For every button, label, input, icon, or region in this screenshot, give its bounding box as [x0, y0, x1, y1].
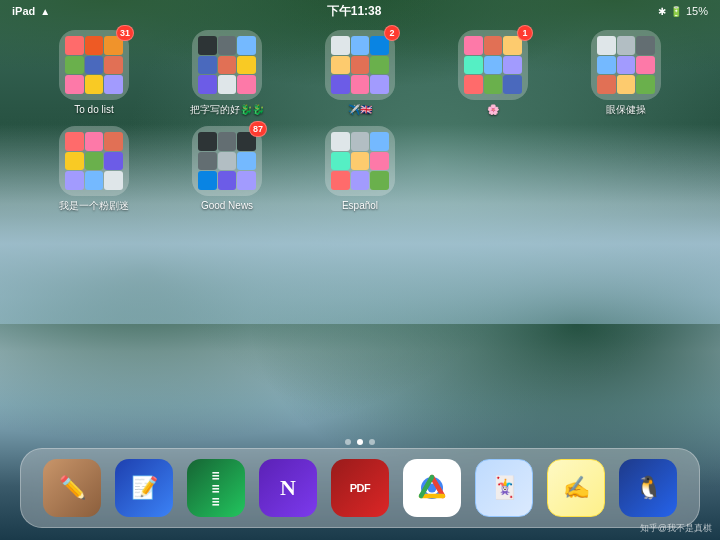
folder-mini	[617, 36, 636, 55]
app-label-eye: 眼保健操	[606, 104, 646, 116]
folder-mini	[198, 56, 217, 75]
app-folder-social	[458, 30, 528, 100]
folder-mini	[331, 75, 350, 94]
folder-mini	[503, 75, 522, 94]
folder-mini	[218, 56, 237, 75]
dock-app-chrome[interactable]	[403, 459, 461, 517]
battery-icon: 🔋	[670, 6, 682, 17]
app-writing[interactable]: 把字写的好🐉🐉	[163, 30, 291, 116]
folder-mini	[331, 171, 350, 190]
app-label-social: 🌸	[487, 104, 499, 116]
dock-app-pencil-blue[interactable]: 📝	[115, 459, 173, 517]
folder-mini	[370, 152, 389, 171]
app-empty-1	[429, 126, 557, 212]
folder-mini	[65, 132, 84, 151]
dock-app-notes-green[interactable]: ≡≡≡	[187, 459, 245, 517]
folder-mini	[218, 36, 237, 55]
status-bar: iPad ▲ 下午11:38 ✱ 🔋 15%	[0, 0, 720, 22]
folder-mini	[351, 75, 370, 94]
page-dot-2[interactable]	[357, 439, 363, 445]
page-dot-1[interactable]	[345, 439, 351, 445]
app-label-todo: To do list	[74, 104, 113, 116]
app-icon-wrap-social: 1	[458, 30, 528, 100]
app-icon-wrap-news: 87	[192, 126, 262, 196]
folder-mini	[237, 36, 256, 55]
folder-mini	[85, 36, 104, 55]
app-folder-writing	[192, 30, 262, 100]
app-social[interactable]: 1 🌸	[429, 30, 557, 116]
app-label-espanol: Español	[342, 200, 378, 212]
folder-mini	[351, 36, 370, 55]
app-empty-2	[562, 126, 690, 212]
app-folder-espanol	[325, 126, 395, 196]
folder-mini	[104, 75, 123, 94]
folder-mini	[617, 56, 636, 75]
folder-mini	[85, 132, 104, 151]
app-folder-travel	[325, 30, 395, 100]
folder-mini	[218, 132, 237, 151]
folder-mini	[597, 36, 616, 55]
folder-mini	[198, 132, 217, 151]
app-icon-wrap-todo: 31	[59, 30, 129, 100]
badge-todo: 31	[116, 25, 134, 41]
folder-mini	[484, 36, 503, 55]
app-folder-eye	[591, 30, 661, 100]
folder-mini	[597, 75, 616, 94]
folder-mini	[104, 132, 123, 151]
folder-mini	[370, 171, 389, 190]
folder-mini	[65, 75, 84, 94]
folder-mini	[218, 171, 237, 190]
app-eye-health[interactable]: 眼保健操	[562, 30, 690, 116]
app-icon-wrap-drama	[59, 126, 129, 196]
app-fan-drama[interactable]: 我是一个粉剧迷	[30, 126, 158, 212]
app-icon-wrap-writing	[192, 30, 262, 100]
folder-mini	[237, 152, 256, 171]
folder-mini	[104, 56, 123, 75]
chrome-svg	[413, 469, 451, 507]
folder-mini	[351, 132, 370, 151]
folder-mini	[85, 152, 104, 171]
badge-social: 1	[517, 25, 533, 41]
ipad-label: iPad	[12, 5, 35, 17]
time-display: 下午11:38	[327, 3, 382, 20]
folder-mini	[198, 171, 217, 190]
folder-mini	[65, 152, 84, 171]
dock-app-qq[interactable]: 🐧	[619, 459, 677, 517]
page-dot-3[interactable]	[369, 439, 375, 445]
app-espanol[interactable]: Español	[296, 126, 424, 212]
dock-app-flashcard[interactable]: 🃏	[475, 459, 533, 517]
badge-news: 87	[249, 121, 267, 137]
folder-mini	[237, 56, 256, 75]
folder-mini	[503, 56, 522, 75]
dock-app-pdf[interactable]: PDF	[331, 459, 389, 517]
app-todo-list[interactable]: 31 To do list	[30, 30, 158, 116]
app-icon-wrap-eye	[591, 30, 661, 100]
dock-app-highlighter[interactable]: ✍️	[547, 459, 605, 517]
folder-mini	[351, 171, 370, 190]
wifi-icon: ▲	[40, 6, 50, 17]
app-travel[interactable]: 2 ✈️🇬🇧	[296, 30, 424, 116]
app-good-news[interactable]: 87 Good News	[163, 126, 291, 212]
bluetooth-icon: ✱	[658, 6, 666, 17]
folder-mini	[331, 36, 350, 55]
dock: ✏️ 📝 ≡≡≡ N PDF 🃏 ✍️ 🐧	[20, 448, 700, 528]
watermark: 知乎@我不是真棋	[640, 522, 712, 535]
folder-mini	[85, 171, 104, 190]
dock-app-onenote[interactable]: N	[259, 459, 317, 517]
app-label-writing: 把字写的好🐉🐉	[190, 104, 264, 116]
dock-app-goodnotes[interactable]: ✏️	[43, 459, 101, 517]
folder-mini	[331, 132, 350, 151]
app-label-news: Good News	[201, 200, 253, 212]
folder-mini	[484, 75, 503, 94]
app-icon-wrap-travel: 2	[325, 30, 395, 100]
badge-travel: 2	[384, 25, 400, 41]
folder-mini	[484, 56, 503, 75]
folder-mini	[370, 132, 389, 151]
folder-mini	[65, 36, 84, 55]
folder-mini	[198, 36, 217, 55]
folder-mini	[104, 152, 123, 171]
folder-mini	[636, 36, 655, 55]
folder-mini	[464, 75, 483, 94]
folder-mini	[218, 75, 237, 94]
battery-percent: 15%	[686, 5, 708, 17]
